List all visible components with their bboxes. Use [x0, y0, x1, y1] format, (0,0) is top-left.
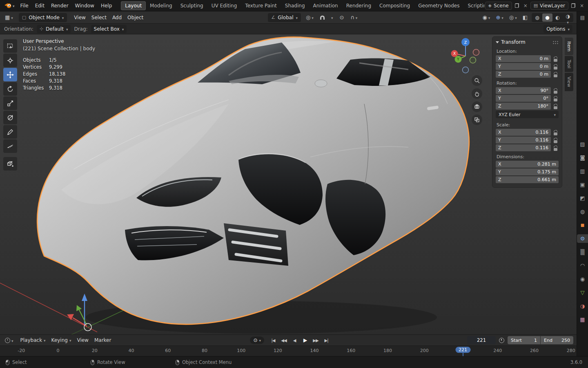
options-dropdown[interactable]: Options	[543, 25, 572, 33]
ruler-tick[interactable]: 280	[567, 348, 575, 353]
ruler-tick[interactable]: 20	[92, 348, 98, 353]
scale-field[interactable]: X0.116	[496, 129, 551, 136]
proportional-edit-toggle[interactable]: ⊙	[338, 13, 345, 21]
tab-tool[interactable]: ▨	[577, 140, 588, 148]
gizmos-dropdown[interactable]: ⊕	[494, 13, 505, 21]
ortho-toggle-button[interactable]	[472, 114, 482, 125]
timeline-menu-item[interactable]: Keying	[49, 336, 74, 344]
rotation-field[interactable]: Z180°	[496, 103, 551, 110]
lock-icon[interactable]	[552, 103, 559, 110]
workspace-tab[interactable]: Sculpting	[176, 1, 207, 10]
pan-button[interactable]	[472, 88, 482, 99]
tab-object-data[interactable]: ▽	[577, 288, 588, 297]
workspace-tab[interactable]: Shading	[281, 1, 309, 10]
workspace-tab[interactable]: Modeling	[146, 1, 176, 10]
viewport-menu-item[interactable]: Object	[125, 13, 146, 22]
timeline-editor-type-button[interactable]	[3, 337, 15, 344]
menu-item[interactable]: File	[17, 2, 32, 10]
current-frame-field[interactable]: 221	[467, 336, 496, 344]
ruler-tick[interactable]: 260	[530, 348, 539, 353]
camera-view-button[interactable]	[472, 101, 482, 112]
tool-add-cube-button[interactable]	[3, 157, 17, 171]
lock-icon[interactable]	[552, 63, 559, 70]
car-model[interactable]	[37, 37, 469, 324]
rotation-mode-dropdown[interactable]: XYZ Euler	[496, 111, 559, 118]
workspace-tab[interactable]: Compositing	[375, 1, 414, 10]
default-orientation-dropdown[interactable]: ⊹ Default	[37, 25, 71, 33]
properties-editor-type-button[interactable]: ▤	[580, 15, 585, 20]
tab-render[interactable]: ◙	[577, 153, 588, 162]
ruler-tick[interactable]: 180	[383, 348, 392, 353]
tab-particles[interactable]: ▒	[577, 248, 588, 256]
tab-output[interactable]: ▥	[577, 167, 588, 175]
remove-viewlayer-button[interactable]: ×	[578, 2, 586, 9]
workspace-tab[interactable]: UV Editing	[207, 1, 241, 10]
end-frame-field[interactable]: End250	[541, 336, 573, 344]
lock-icon[interactable]	[552, 137, 559, 144]
snap-dropdown[interactable]	[330, 13, 335, 21]
timeline-menu-item[interactable]: Playback	[18, 336, 49, 344]
viewlayer-selector[interactable]: ▤ ViewLayer	[530, 2, 568, 10]
mode-dropdown[interactable]: ▢ Object Mode	[19, 13, 67, 22]
rotation-field[interactable]: Y0°	[496, 95, 551, 102]
workspace-tab[interactable]: Geometry Nodes	[414, 1, 463, 10]
ruler-tick[interactable]: 160	[347, 348, 355, 353]
tool-cursor-button[interactable]	[3, 54, 17, 67]
shading-wireframe-button[interactable]: ◍	[532, 13, 542, 22]
scene-selector[interactable]: ◈ Scene	[485, 2, 512, 10]
menu-item[interactable]: Edit	[32, 2, 48, 10]
blender-menu-button[interactable]	[2, 2, 16, 9]
ruler-tick[interactable]: -20	[18, 348, 25, 353]
dimension-field[interactable]: X0.281 m	[496, 161, 559, 168]
workspace-tab[interactable]: Rendering	[342, 1, 375, 10]
prev-keyframe-button[interactable]: ◀◀	[279, 337, 289, 344]
workspace-tab[interactable]: Texture Paint	[241, 1, 281, 10]
viewport-menu-item[interactable]: Add	[109, 13, 125, 22]
pivot-dropdown[interactable]: ◎	[304, 13, 315, 21]
dimension-field[interactable]: Z0.661 m	[496, 176, 559, 183]
tool-transform-button[interactable]	[3, 111, 17, 124]
rotation-field[interactable]: X90°	[496, 87, 551, 94]
tab-physics[interactable]: ◠	[577, 261, 588, 270]
xray-toggle[interactable]: ◧	[521, 13, 529, 21]
new-scene-button[interactable]	[513, 2, 521, 9]
tab-modifiers[interactable]: ⚙	[577, 234, 588, 243]
tab-constraints[interactable]: ◉	[577, 275, 588, 283]
snap-toggle[interactable]	[318, 15, 326, 20]
auto-keying-button[interactable]: ⊙	[250, 337, 264, 344]
shading-material-button[interactable]: ◐	[552, 13, 563, 22]
axis-z-neg-ball[interactable]	[463, 67, 469, 73]
scale-field[interactable]: Z0.116	[496, 144, 551, 151]
lock-icon[interactable]	[552, 145, 559, 151]
tab-world[interactable]: ◍	[577, 207, 588, 216]
zoom-button[interactable]	[472, 75, 482, 86]
orientation-dropdown[interactable]: ∠ Global	[268, 13, 301, 22]
next-keyframe-button[interactable]: ▶▶	[311, 337, 321, 344]
viewport-menu-item[interactable]: Select	[89, 13, 109, 22]
jump-to-start-button[interactable]: |◀	[268, 337, 278, 344]
visibility-dropdown[interactable]: ◉	[481, 13, 492, 21]
workspace-tab[interactable]: Layout	[121, 1, 146, 10]
shading-rendered-button[interactable]: ◑	[563, 13, 573, 22]
tab-view-layer[interactable]: ▣	[577, 180, 588, 189]
menu-item[interactable]: Help	[98, 2, 115, 10]
lock-icon[interactable]	[552, 71, 559, 78]
lock-icon[interactable]	[552, 129, 559, 136]
jump-to-end-button[interactable]: ▶|	[321, 337, 331, 344]
play-reverse-button[interactable]: ◀	[290, 337, 299, 344]
shading-solid-button[interactable]: ●	[542, 13, 552, 22]
tool-scale-button[interactable]	[3, 96, 17, 110]
editor-type-button[interactable]: ▦	[3, 13, 15, 21]
ruler-tick[interactable]: 100	[237, 348, 245, 353]
drag-handle-icon[interactable]	[552, 40, 559, 44]
location-field[interactable]: Z0 m	[496, 71, 551, 78]
location-field[interactable]: X0 m	[496, 55, 551, 62]
tool-annotate-button[interactable]	[3, 125, 17, 139]
viewport-menu-item[interactable]: View	[71, 13, 88, 22]
sidebar-tab[interactable]: Tool	[565, 56, 573, 72]
ruler-tick[interactable]: 0	[57, 348, 60, 353]
workspace-tab[interactable]: Scripting	[463, 1, 484, 10]
location-field[interactable]: Y0 m	[496, 63, 551, 70]
drag-dropdown[interactable]: Select Box	[91, 25, 127, 33]
transform-panel-header[interactable]: Transform	[492, 37, 562, 47]
